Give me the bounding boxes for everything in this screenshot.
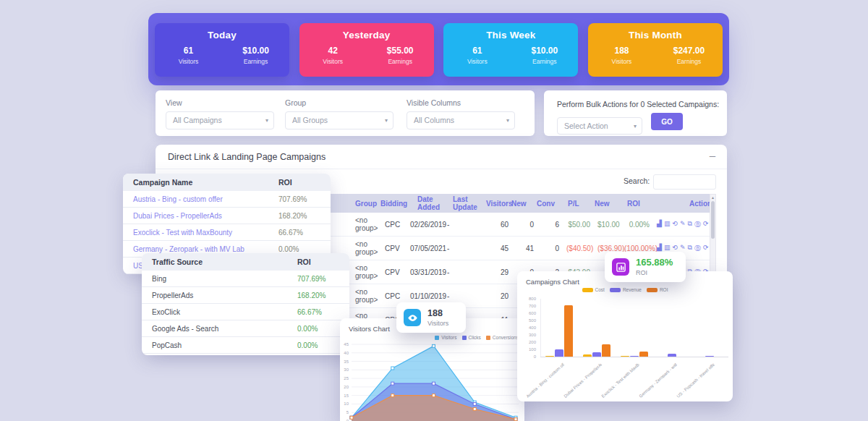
data-point (433, 382, 435, 385)
cell-date-added: 03/31/2019 (410, 268, 447, 276)
traffic-source-name: ExoClick (152, 308, 180, 316)
collapse-button[interactable]: – (710, 149, 715, 161)
stat-visitors-label: Visitors (155, 58, 222, 65)
history-icon[interactable]: ⟲ (672, 220, 678, 229)
table-header-cell[interactable]: Date Added (417, 195, 453, 211)
columns-filter-select[interactable]: All Columns ▾ (407, 111, 515, 129)
data-point (350, 416, 353, 419)
stat-card: This Month 188 Visitors $247.00 Earnings (588, 23, 723, 77)
go-button[interactable]: GO (651, 113, 683, 130)
campaign-roi-row: Dubai Prices - PropellerAds 168.20% (123, 208, 331, 224)
table-header-cell[interactable]: Last Update (453, 195, 486, 211)
divider (156, 169, 727, 169)
chevron-down-icon: ▾ (265, 112, 268, 129)
filter-panel: View All Campaigns ▾ Group All Groups ▾ … (156, 90, 535, 136)
cell-group: <no group> (355, 216, 385, 233)
bulk-actions-panel: Perform Bulk Actions for 0 Selected Camp… (544, 90, 727, 136)
visitors-tooltip: 188 Visitors (396, 302, 466, 333)
traffic-source-name: Google Ads - Search (152, 325, 218, 333)
copy-icon[interactable]: ⧉ (688, 220, 692, 229)
scroll-up-icon[interactable]: ▲ (710, 195, 715, 200)
columns-filter-label: Visible Columns (407, 98, 515, 107)
campaign-name-link[interactable]: Austria - Bing - custom offer (133, 195, 223, 203)
x-axis-label: US - Popcash - travel offer (676, 362, 715, 399)
stat-earnings-value: $247.00 (655, 46, 723, 56)
refresh-icon[interactable]: ⟳ (703, 244, 709, 253)
cell-last-update: - (447, 244, 482, 252)
cell-last-update: - (447, 221, 482, 229)
view-filter-label: View (166, 98, 274, 107)
visitors-chart-plot: 454035302520151050 (340, 318, 524, 421)
group-filter-select[interactable]: All Groups ▾ (285, 111, 393, 129)
stat-card: This Week 61 Visitors $10.00 Earnings (443, 23, 578, 77)
stat-earnings-value: $55.00 (367, 46, 434, 56)
table-header-cell[interactable]: Bidding (380, 200, 417, 208)
stat-visitors-label: Visitors (588, 58, 655, 65)
bulk-actions-label: Perform Bulk Actions for 0 Selected Camp… (557, 100, 719, 109)
table-header-cell[interactable]: ROI (627, 200, 689, 208)
roi-tooltip: 165.88% ROI (605, 252, 686, 282)
table-header-cell[interactable]: New (595, 200, 627, 208)
stat-visitors-label: Visitors (443, 58, 511, 65)
sort-icon[interactable]: ◆ (507, 152, 510, 156)
table-header-cell[interactable]: Conv (537, 200, 568, 208)
cell-pl: $50.00 (566, 221, 597, 229)
data-point (391, 394, 394, 397)
y-tick-label: 400 (523, 326, 536, 330)
view-filter-select[interactable]: All Campaigns ▾ (166, 111, 274, 129)
traffic-roi-header: Traffic Source ROI (142, 253, 349, 271)
data-point (514, 418, 517, 421)
bar-cost (583, 354, 592, 357)
data-point (473, 402, 476, 405)
campaign-roi-value: 707.69% (278, 195, 307, 203)
traffic-roi-row: Bing 707.69% (142, 271, 349, 287)
stats-bars-icon[interactable]: ▟ (657, 220, 662, 229)
col-campaign-name: Campaign Name (133, 178, 192, 187)
roi-tooltip-value: 165.88% (636, 258, 673, 268)
bar-chart-icon (612, 258, 629, 276)
cell-last-update: - (447, 292, 482, 300)
y-tick-label: 300 (523, 333, 536, 337)
archive-icon[interactable]: Ⓑ (694, 220, 701, 229)
copy-icon[interactable]: ⧉ (688, 244, 692, 253)
stat-card-title: This Week (443, 30, 578, 41)
campaign-name-link[interactable]: Exoclick - Test with MaxBounty (133, 229, 232, 237)
bulk-action-select[interactable]: Select Action ▾ (557, 117, 642, 135)
search-input[interactable] (653, 174, 716, 190)
table-header-cell[interactable]: Visitors (486, 200, 511, 208)
y-tick-label: 500 (523, 318, 536, 323)
y-tick-label: 40 (344, 351, 349, 355)
edit-icon[interactable]: ✎ (680, 220, 686, 229)
y-tick-label: 800 (523, 297, 536, 301)
cell-revenue: $10.00 (597, 221, 624, 229)
data-point (473, 408, 476, 411)
chart-icon[interactable]: ▥ (664, 220, 671, 229)
table-header-cell[interactable]: P/L (568, 200, 595, 208)
col-roi: ROI (297, 258, 311, 266)
y-tick-label: 30 (344, 367, 349, 372)
archive-icon[interactable]: Ⓑ (694, 244, 701, 253)
campaigns-chart-card: Campaigns Chart CostRevenueROI 800700600… (517, 271, 733, 401)
cell-pl: ($40.50) (566, 244, 597, 252)
table-header-cell[interactable]: Group (355, 200, 380, 208)
x-axis (540, 357, 728, 357)
stat-card-title: This Month (588, 30, 723, 41)
y-tick-label: 35 (344, 360, 349, 364)
cell-new: 0 (516, 221, 541, 229)
refresh-icon[interactable]: ⟳ (703, 220, 709, 229)
stat-earnings-label: Earnings (655, 58, 723, 65)
cell-visitors: 29 (482, 268, 516, 276)
chevron-down-icon: ▾ (506, 112, 509, 129)
campaign-name-link[interactable]: Dubai Prices - PropellerAds (133, 212, 222, 220)
cell-date-added: 07/05/2021 (410, 244, 447, 252)
campaign-roi-row: Austria - Bing - custom offer 707.69% (123, 191, 331, 208)
bar-cost (621, 356, 629, 357)
eye-icon (404, 309, 421, 326)
scrollbar-thumb[interactable] (711, 201, 715, 239)
y-tick-label: 0 (523, 354, 536, 359)
data-point (391, 367, 394, 370)
campaign-name-link[interactable]: Germany - Zeropark - with MV Lab (133, 245, 244, 253)
table-header-cell[interactable]: New (511, 200, 537, 208)
traffic-roi-value: 66.67% (297, 308, 322, 316)
campaign-roi-header: Campaign Name ROI (123, 174, 331, 191)
